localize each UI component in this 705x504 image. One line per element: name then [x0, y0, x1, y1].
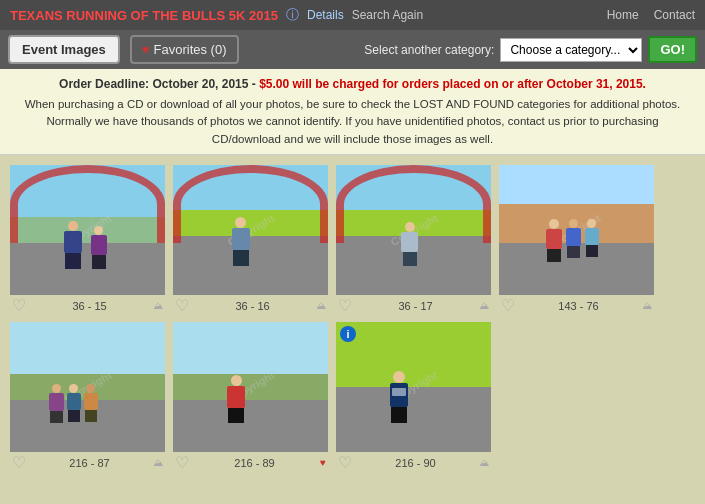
photo-5-caption: 216 - 87 [26, 457, 153, 469]
favorites-tab[interactable]: ♥ Favorites (0) [130, 35, 239, 64]
photo-6[interactable]: Copyright [173, 322, 328, 452]
favorite-btn-7[interactable]: ♡ [338, 455, 352, 471]
photo-2[interactable]: Copyright [173, 165, 328, 295]
photo-6-caption: 216 - 89 [189, 457, 320, 469]
photo-2-label-row: ♡ 36 - 16 ⛰ [173, 295, 328, 314]
select-category-label: Select another category: [364, 43, 494, 57]
photo-7[interactable]: Copyright i [336, 322, 491, 452]
favorite-btn-3[interactable]: ♡ [338, 298, 352, 314]
favorite-btn-1[interactable]: ♡ [12, 298, 26, 314]
runner-figure-3 [232, 217, 250, 266]
photo-1-label-row: ♡ 36 - 15 ⛰ [10, 295, 165, 314]
photo-2-icon: ⛰ [316, 300, 326, 311]
info-icon: ⓘ [286, 6, 299, 24]
runner-figure-6 [227, 375, 245, 423]
tabs-bar: Event Images ♥ Favorites (0) Select anot… [0, 30, 705, 69]
photo-7-caption: 216 - 90 [352, 457, 479, 469]
favorites-tab-label: Favorites (0) [154, 42, 227, 57]
photo-7-icon: ⛰ [479, 457, 489, 468]
notice-line2: When purchasing a CD or download of all … [20, 96, 685, 148]
favorite-btn-4[interactable]: ♡ [501, 298, 515, 314]
photo-item-3: Copyright ♡ 36 - 17 ⛰ [336, 165, 491, 314]
category-section: Select another category: Choose a catego… [364, 36, 697, 63]
photo-3-caption: 36 - 17 [352, 300, 479, 312]
photo-1-caption: 36 - 15 [26, 300, 153, 312]
deadline-prefix: Order Deadline: October 20, 2015 - [59, 77, 259, 91]
photo-6-icon: ♥ [320, 457, 326, 468]
photo-item-5: Copyright [10, 322, 165, 471]
photo-3[interactable]: Copyright [336, 165, 491, 295]
photo-5[interactable]: Copyright [10, 322, 165, 452]
notice-bar: Order Deadline: October 20, 2015 - $5.00… [0, 69, 705, 155]
photo-7-label-row: ♡ 216 - 90 ⛰ [336, 452, 491, 471]
details-link[interactable]: Details [307, 8, 344, 22]
search-again-link[interactable]: Search Again [352, 8, 423, 22]
event-title: TEXANS RUNNING OF THE BULLS 5K 2015 [10, 8, 278, 23]
photo-4[interactable]: Copyright [499, 165, 654, 295]
event-images-tab[interactable]: Event Images [8, 35, 120, 64]
photo-5-label-row: ♡ 216 - 87 ⛰ [10, 452, 165, 471]
runner-figure-4 [401, 222, 418, 266]
runner-group-5 [49, 384, 98, 423]
photo-item-2: Copyright ♡ 36 - 16 ⛰ [173, 165, 328, 314]
runner-figure-1 [64, 221, 82, 269]
photo-grid: Copyright ♡ 36 - 15 ⛰ [0, 155, 705, 481]
photo-3-icon: ⛰ [479, 300, 489, 311]
header-left: TEXANS RUNNING OF THE BULLS 5K 2015 ⓘ De… [10, 6, 423, 24]
home-link[interactable]: Home [607, 8, 639, 22]
favorite-btn-5[interactable]: ♡ [12, 455, 26, 471]
photo-item-4: Copyright [499, 165, 654, 314]
photo-1-icon: ⛰ [153, 300, 163, 311]
runner-figure-7 [390, 371, 408, 423]
runner-figure-2 [91, 226, 107, 269]
photo-2-caption: 36 - 16 [189, 300, 316, 312]
photo-4-caption: 143 - 76 [515, 300, 642, 312]
photo-item-6: Copyright ♡ 216 - 89 ♥ [173, 322, 328, 471]
photo-item-7: Copyright i ♡ 216 - 90 ⛰ [336, 322, 491, 471]
notice-line1: Order Deadline: October 20, 2015 - $5.00… [20, 75, 685, 93]
category-select[interactable]: Choose a category... [500, 38, 642, 62]
heart-icon: ♥ [142, 42, 150, 57]
info-badge-7[interactable]: i [340, 326, 356, 342]
header-nav: Home Contact [607, 8, 695, 22]
contact-link[interactable]: Contact [654, 8, 695, 22]
photo-6-label-row: ♡ 216 - 89 ♥ [173, 452, 328, 471]
photo-item-1: Copyright ♡ 36 - 15 ⛰ [10, 165, 165, 314]
photo-3-label-row: ♡ 36 - 17 ⛰ [336, 295, 491, 314]
favorite-btn-6[interactable]: ♡ [175, 455, 189, 471]
runner-group-4 [546, 219, 599, 262]
go-button[interactable]: GO! [648, 36, 697, 63]
header-bar: TEXANS RUNNING OF THE BULLS 5K 2015 ⓘ De… [0, 0, 705, 30]
photo-4-label-row: ♡ 143 - 76 ⛰ [499, 295, 654, 314]
favorite-btn-2[interactable]: ♡ [175, 298, 189, 314]
photo-4-icon: ⛰ [642, 300, 652, 311]
price-warning: $5.00 will be charged for orders placed … [259, 77, 646, 91]
photo-1[interactable]: Copyright [10, 165, 165, 295]
photo-5-icon: ⛰ [153, 457, 163, 468]
